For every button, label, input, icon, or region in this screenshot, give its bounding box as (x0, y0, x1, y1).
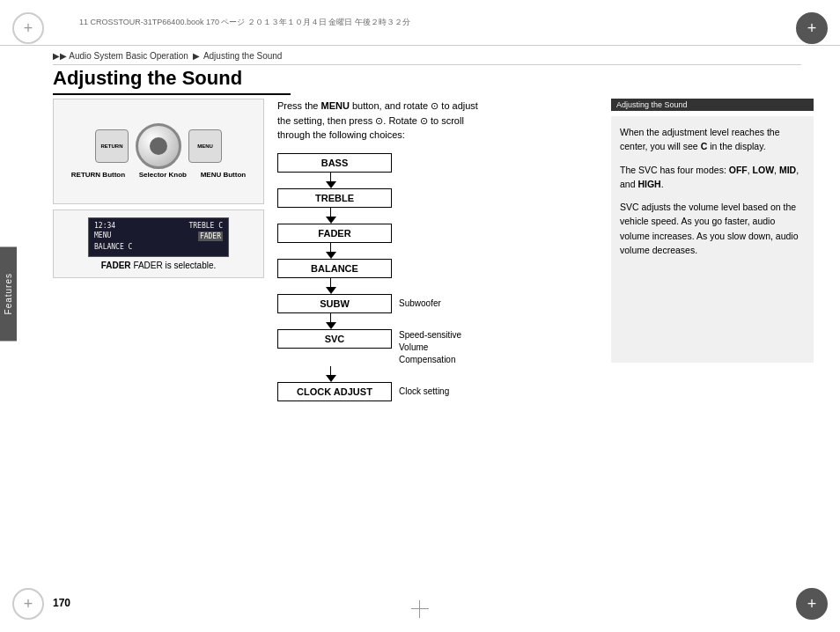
right-body-p2: The SVC has four modes: OFF, LOW, MID, a… (620, 163, 805, 192)
display-treble: TREBLE C (188, 222, 223, 230)
flow-box-fader: FADER (277, 224, 392, 243)
arrow-line-2 (330, 208, 331, 217)
right-panel-body: When the adjustment level reaches the ce… (611, 116, 814, 363)
arrow-head-4 (326, 287, 336, 294)
intro-text: Press the MENU button, and rotate ⊙ to a… (277, 99, 489, 143)
arrow-line-3 (330, 243, 331, 252)
return-button-sim: RETURN (95, 129, 129, 163)
arrow-head-5 (326, 322, 336, 329)
breadcrumb: ▶▶ Audio System Basic Operation ▶ Adjust… (53, 51, 801, 65)
left-panel: RETURN MENU RETURN Button S (53, 99, 264, 283)
fader-caption: FADER FADER is selectable. (88, 261, 229, 270)
stereo-labels: RETURN Button Selector Knob MENU Button (61, 171, 256, 180)
display-simulation: 12:34 TREBLE C MENU FADER BALANCE C (88, 217, 229, 257)
display-row-1: 12:34 TREBLE C (94, 222, 223, 230)
display-row-2: MENU FADER (94, 231, 223, 241)
flow-box-svc: SVC (277, 329, 392, 349)
arrow-line-1 (330, 173, 331, 181)
file-info: 11 CROSSTOUR-31TP66400.book 170 ページ ２０１３… (79, 17, 410, 28)
flow-item-balance: BALANCE (277, 259, 392, 294)
flow-item-treble: TREBLE (277, 188, 392, 224)
right-body-p3: SVC adjusts the volume level based on th… (620, 200, 805, 257)
bottom-center-crosshair (411, 600, 429, 618)
breadcrumb-arrow1: ▶▶ (53, 51, 67, 61)
arrow-head-2 (326, 217, 336, 224)
svc-side-label: Speed-sensitiveVolumeCompensation (399, 329, 461, 366)
flow-box-clock: CLOCK ADJUST (277, 382, 392, 401)
features-tab: Features (0, 246, 17, 341)
stereo-simulation: RETURN MENU (61, 123, 256, 169)
display-row-3: BALANCE C (94, 243, 223, 251)
subw-side-label: Subwoofer (399, 298, 441, 308)
breadcrumb-part1: Audio System Basic Operation (69, 51, 188, 61)
knob-inner (150, 137, 167, 155)
right-body-p1: When the adjustment level reaches the ce… (620, 125, 805, 154)
arrow-head-1 (326, 181, 336, 188)
flow-item-bass: BASS (277, 153, 392, 188)
flow-box-subw: SUBW (277, 294, 392, 313)
display-image-box: 12:34 TREBLE C MENU FADER BALANCE C FADE… (53, 209, 264, 278)
flow-box-bass: BASS (277, 153, 392, 173)
arrow-head-6 (326, 375, 336, 382)
flow-item-fader: FADER (277, 224, 392, 259)
center-panel: Press the MENU button, and rotate ⊙ to a… (277, 99, 489, 401)
page-number: 170 (53, 597, 70, 609)
display-fader-highlight: FADER (198, 231, 223, 241)
page-title: Adjusting the Sound (53, 67, 291, 95)
breadcrumb-part2: Adjusting the Sound (203, 51, 283, 61)
right-panel: Adjusting the Sound When the adjustment … (611, 99, 814, 363)
arrow-line-6 (330, 366, 331, 375)
stereo-image-box: RETURN MENU RETURN Button S (53, 99, 264, 204)
top-bar: 11 CROSSTOUR-31TP66400.book 170 ページ ２０１３… (0, 0, 840, 46)
flow-item-svc: SVC Speed-sensitiveVolumeCompensation (277, 329, 461, 382)
arrow-line-4 (330, 278, 331, 287)
menu-label: MENU Button (201, 171, 247, 180)
flow-item-subw: SUBW Subwoofer (277, 294, 441, 329)
display-balance: BALANCE C (94, 243, 132, 251)
corner-decoration-br (796, 588, 828, 620)
flow-box-balance: BALANCE (277, 259, 392, 278)
breadcrumb-sep: ▶ (193, 51, 200, 61)
flow-box-treble: TREBLE (277, 188, 392, 208)
menu-button-sim: MENU (188, 129, 222, 163)
clock-side-label: Clock setting (399, 386, 449, 396)
arrow-line-5 (330, 313, 331, 322)
corner-decoration-bl (12, 588, 44, 620)
arrow-head-3 (326, 252, 336, 259)
return-label: RETURN Button (71, 171, 125, 180)
right-panel-header: Adjusting the Sound (611, 99, 814, 111)
display-time: 12:34 (94, 222, 115, 230)
selector-knob-sim (136, 123, 181, 169)
selector-label: Selector Knob (139, 171, 187, 180)
display-menu: MENU (94, 231, 111, 241)
flow-diagram: BASS TREBLE FADER BALANCE (277, 153, 489, 401)
flow-item-clock: CLOCK ADJUST Clock setting (277, 382, 449, 401)
